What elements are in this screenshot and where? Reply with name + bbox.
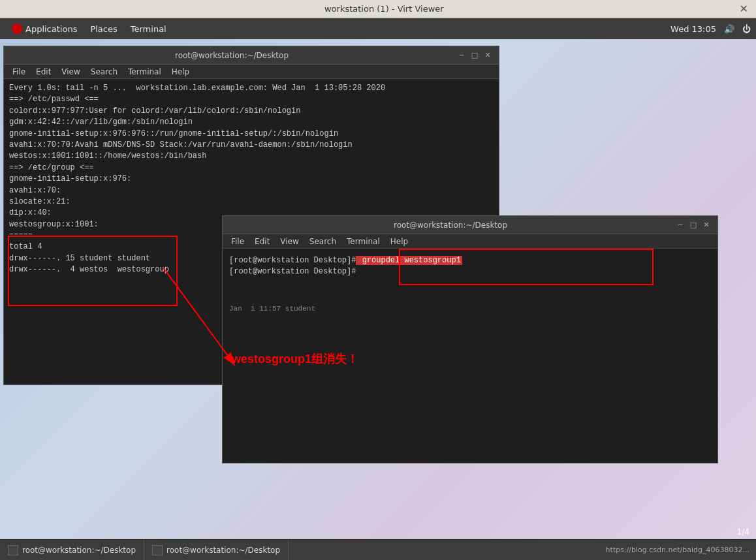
bottom-taskbar: root@workstation:~/Desktop root@workstat… xyxy=(0,539,756,560)
terminal1-minimize[interactable]: ─ xyxy=(457,51,466,60)
redhat-icon xyxy=(12,23,22,34)
terminal2-minimize[interactable]: ─ xyxy=(676,221,685,230)
page-counter: 1/4 xyxy=(737,527,749,537)
terminal-label: Terminal xyxy=(131,24,166,34)
t1-menu-file[interactable]: File xyxy=(7,67,31,76)
places-label: Places xyxy=(90,24,117,34)
taskbar-right: Wed 13:05 🔊 ⏻ xyxy=(670,24,751,34)
bottom-task-1[interactable]: root@workstation:~/Desktop xyxy=(0,540,144,560)
t1-menu-view[interactable]: View xyxy=(56,67,85,76)
t2-menu-edit[interactable]: Edit xyxy=(249,237,275,246)
annotation-text: westosgroup1组消失！ xyxy=(232,351,358,367)
terminal2-title-text: root@workstation:~/Desktop xyxy=(229,221,672,230)
places-menu[interactable]: Places xyxy=(84,23,123,35)
t2-menu-help[interactable]: Help xyxy=(385,237,413,246)
terminal1-titlebar: root@workstation:~/Desktop ─ □ ✕ xyxy=(4,46,499,65)
t2-menu-terminal[interactable]: Terminal xyxy=(341,237,385,246)
terminal2-menubar: File Edit View Search Terminal Help xyxy=(223,234,717,249)
t1-menu-search[interactable]: Search xyxy=(86,67,123,76)
volume-icon[interactable]: 🔊 xyxy=(724,24,734,34)
task1-icon xyxy=(8,545,18,555)
terminal1-menubar: File Edit View Search Terminal Help xyxy=(4,65,499,79)
task2-icon xyxy=(152,545,163,555)
task1-label: root@workstation:~/Desktop xyxy=(22,546,136,555)
t2-menu-search[interactable]: Search xyxy=(304,237,341,246)
terminal1-close[interactable]: ✕ xyxy=(483,51,492,60)
terminal-menu[interactable]: Terminal xyxy=(124,23,173,35)
terminal2-close[interactable]: ✕ xyxy=(702,221,711,230)
power-icon[interactable]: ⏻ xyxy=(742,24,751,34)
t1-menu-help[interactable]: Help xyxy=(166,67,195,76)
window-title: workstation (1) - Virt Viewer xyxy=(31,4,737,14)
close-button[interactable]: ✕ xyxy=(737,3,751,15)
task2-label: root@workstation:~/Desktop xyxy=(166,546,280,555)
terminal2-maximize[interactable]: □ xyxy=(689,221,698,230)
title-bar: workstation (1) - Virt Viewer ✕ xyxy=(0,0,756,18)
applications-menu[interactable]: Applications xyxy=(5,22,84,35)
bottom-right-info: https://blog.csdn.net/baidg_40638032... xyxy=(606,546,756,554)
clock: Wed 13:05 xyxy=(670,24,716,34)
t2-menu-file[interactable]: File xyxy=(226,237,249,246)
terminal2-titlebar: root@workstation:~/Desktop ─ □ ✕ xyxy=(223,216,717,234)
applications-label: Applications xyxy=(25,24,77,34)
bottom-task-2[interactable]: root@workstation:~/Desktop xyxy=(144,540,289,560)
terminal1-title-text: root@workstation:~/Desktop xyxy=(10,51,453,60)
t1-menu-terminal[interactable]: Terminal xyxy=(123,67,166,76)
system-taskbar: Applications Places Terminal Wed 13:05 🔊… xyxy=(0,18,756,39)
desktop: root@workstation:~/Desktop ─ □ ✕ File Ed… xyxy=(0,39,756,539)
t2-menu-view[interactable]: View xyxy=(275,237,304,246)
terminal1-maximize[interactable]: □ xyxy=(470,51,479,60)
t1-menu-edit[interactable]: Edit xyxy=(31,67,56,76)
terminal-window-2: root@workstation:~/Desktop ─ □ ✕ File Ed… xyxy=(222,215,718,463)
